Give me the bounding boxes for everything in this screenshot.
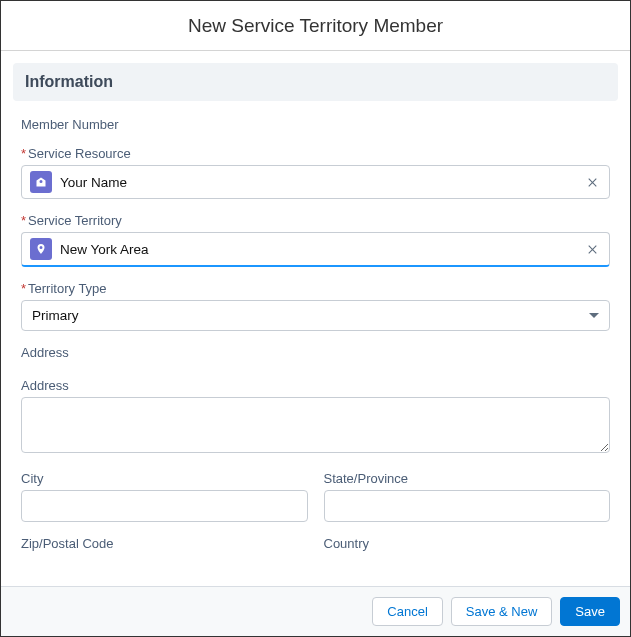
label-service-territory: Service Territory xyxy=(21,213,610,228)
label-member-number: Member Number xyxy=(21,117,610,132)
textarea-address[interactable] xyxy=(21,397,610,453)
clear-service-territory[interactable] xyxy=(583,240,601,258)
lookup-service-territory-value: New York Area xyxy=(60,242,583,257)
row-zip-country: Zip/Postal Code Country xyxy=(13,536,618,555)
field-city: City xyxy=(21,471,308,522)
label-territory-type: Territory Type xyxy=(21,281,610,296)
save-and-new-button[interactable]: Save & New xyxy=(451,597,553,626)
label-country: Country xyxy=(324,536,611,551)
lookup-service-resource[interactable]: Your Name xyxy=(21,165,610,199)
lookup-service-territory[interactable]: New York Area xyxy=(21,232,610,267)
clear-service-resource[interactable] xyxy=(583,173,601,191)
select-territory-type[interactable]: Primary xyxy=(21,300,610,331)
label-state: State/Province xyxy=(324,471,611,486)
select-territory-type-value: Primary xyxy=(32,308,79,323)
modal-title: New Service Territory Member xyxy=(1,1,630,51)
label-city: City xyxy=(21,471,308,486)
form-content: Information Member Number Service Resour… xyxy=(1,51,630,591)
field-territory-type: Territory Type Primary xyxy=(13,281,618,331)
field-country: Country xyxy=(324,536,611,555)
territory-icon xyxy=(30,238,52,260)
save-button[interactable]: Save xyxy=(560,597,620,626)
address-section-label: Address xyxy=(13,345,618,360)
section-information: Information xyxy=(13,63,618,101)
field-state: State/Province xyxy=(324,471,611,522)
field-service-resource: Service Resource Your Name xyxy=(13,146,618,199)
row-city-state: City State/Province xyxy=(13,471,618,522)
field-address: Address xyxy=(13,378,618,457)
label-address: Address xyxy=(21,378,610,393)
resource-icon xyxy=(30,171,52,193)
field-member-number: Member Number xyxy=(13,117,618,132)
label-service-resource: Service Resource xyxy=(21,146,610,161)
lookup-service-resource-value: Your Name xyxy=(60,175,583,190)
cancel-button[interactable]: Cancel xyxy=(372,597,442,626)
input-state[interactable] xyxy=(324,490,611,522)
input-city[interactable] xyxy=(21,490,308,522)
field-service-territory: Service Territory New York Area xyxy=(13,213,618,267)
field-zip: Zip/Postal Code xyxy=(21,536,308,555)
chevron-down-icon xyxy=(589,313,599,318)
modal-footer: Cancel Save & New Save xyxy=(1,586,630,636)
label-zip: Zip/Postal Code xyxy=(21,536,308,551)
